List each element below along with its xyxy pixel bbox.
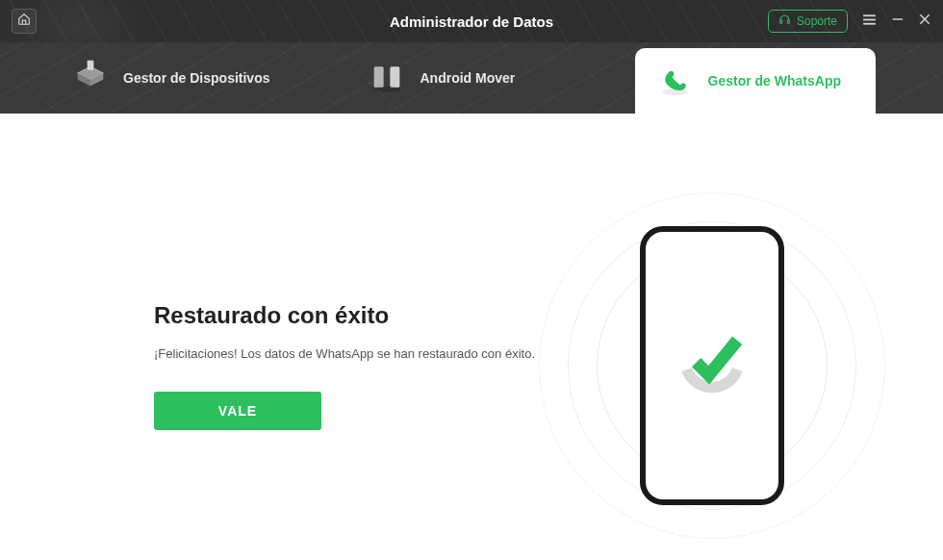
checkmark-icon [673,326,752,405]
svg-rect-10 [88,61,94,70]
tab-label: Android Mover [420,70,515,86]
tab-device-manager[interactable]: Gestor de Dispositivos [50,42,291,114]
result-message: ¡Felicitaciones! Los datos de WhatsApp s… [154,346,539,361]
window-controls: Soporte [768,10,931,33]
support-label: Soporte [797,14,837,28]
tab-label: Gestor de WhatsApp [708,73,841,89]
minimize-button[interactable] [891,13,905,30]
svg-rect-14 [391,66,400,88]
svg-rect-0 [780,20,782,23]
minimize-icon [891,13,905,30]
svg-rect-1 [787,20,789,23]
tab-label: Gestor de Dispositivos [123,70,269,86]
close-icon [918,13,931,30]
result-heading: Restaurado con éxito [154,302,539,329]
app-title: Administrador de Datos [390,13,553,30]
result-panel: Restaurado con éxito ¡Felicitaciones! Lo… [58,302,539,430]
android-mover-icon [368,59,406,97]
svg-point-15 [372,86,401,92]
success-illustration [539,192,885,539]
phone-frame [640,226,784,505]
menu-icon [861,12,878,32]
tab-android-mover[interactable]: Android Mover [346,42,536,114]
support-button[interactable]: Soporte [768,10,848,33]
tab-whatsapp-manager[interactable]: Gestor de WhatsApp [635,48,876,114]
whatsapp-icon [656,62,695,100]
home-button[interactable] [12,9,37,34]
svg-rect-13 [374,66,384,88]
device-manager-icon [71,59,110,97]
headset-icon [778,13,791,29]
menu-button[interactable] [861,12,878,32]
home-icon [17,13,31,30]
tab-strip: Gestor de Dispositivos Android Mover Ges… [0,42,943,114]
ok-button[interactable]: VALE [154,392,321,430]
content-area: Restaurado con éxito ¡Felicitaciones! Lo… [0,114,943,560]
title-bar: Administrador de Datos Soporte [0,0,943,42]
close-button[interactable] [918,13,931,30]
